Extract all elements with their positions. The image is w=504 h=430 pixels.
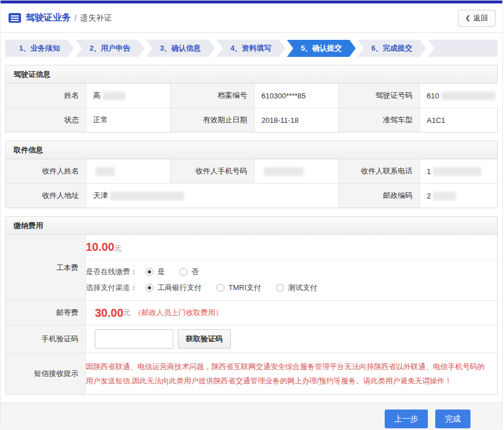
payment-section: 缴纳费用 工本费 10.00元 是否在线缴费： 是 否	[5, 216, 498, 395]
license-info-section: 驾驶证信息 姓名 高 档案编号 610300****85 驾驶证号码 610 状…	[5, 65, 498, 133]
name-label: 姓名	[6, 84, 86, 108]
postage-fee-note: （邮政人员上门收取费用）	[134, 308, 223, 318]
postage-fee-label: 邮寄费	[6, 301, 86, 325]
work-fee-label: 工本费	[6, 235, 86, 300]
radio-icon[interactable]	[145, 284, 153, 292]
table-row: 收件人姓名 收件人手机号码 收件人联系电话 1	[6, 159, 497, 184]
status-label: 状态	[6, 108, 86, 132]
step-1-business-notice[interactable]: 1、业务须知	[5, 40, 74, 57]
address-label: 收件人地址	[6, 184, 86, 208]
redacted-mobile	[264, 167, 303, 176]
pickup-info-section: 取件信息 收件人姓名 收件人手机号码 收件人联系电话 1 收件人地址 天津	[5, 140, 498, 208]
previous-step-button[interactable]: 上一步	[385, 410, 428, 428]
file-no-label: 档案编号	[170, 84, 254, 108]
radio-option-tmri-label: TMRI支付	[228, 283, 261, 293]
radio-option-icbc[interactable]: 工商银行支付	[145, 283, 202, 293]
sms-code-label: 手机验证码	[6, 325, 86, 353]
sms-notice-row: 短信接收提示 因陕西省联通、电信运营商技术问题，陕西省互联网交通安全综合服务管理…	[6, 353, 497, 394]
table-row: 姓名 高 档案编号 610300****85 驾驶证号码 610	[6, 84, 497, 108]
radio-option-yes-label: 是	[157, 267, 165, 277]
radio-icon[interactable]	[180, 268, 188, 276]
step-6-complete-submit[interactable]: 6、完成提交	[357, 40, 426, 57]
back-chevron-icon: ❮	[465, 14, 470, 22]
breadcrumb-current: 遗失补证	[80, 13, 112, 23]
address-value-text: 天津	[93, 191, 108, 201]
radio-option-yes[interactable]: 是	[145, 267, 165, 277]
table-row: 收件人地址 天津 邮政编码 2	[6, 184, 497, 208]
radio-option-no-label: 否	[191, 267, 199, 277]
license-info-section-title: 驾驶证信息	[6, 65, 497, 84]
license-no-value-text: 610	[427, 92, 439, 100]
tel-label: 收件人联系电话	[338, 159, 419, 183]
sms-code-input[interactable]	[95, 329, 173, 349]
status-value: 正常	[86, 108, 170, 132]
radio-option-tmri[interactable]: TMRI支付	[216, 283, 261, 293]
recipient-name-label: 收件人姓名	[6, 159, 86, 183]
expiry-label: 有效期止日期	[170, 108, 254, 132]
page: 驾驶证业务 / 遗失补证 ❮ 返回 1、业务须知 2、用户申告 3、确认信息 4…	[0, 0, 503, 429]
address-value: 天津	[86, 184, 338, 208]
pay-channel-question-row: 选择支付渠道： 工商银行支付 TMRI支付 测试支付	[86, 281, 497, 295]
get-code-button[interactable]: 获取验证码	[178, 329, 231, 349]
license-no-label: 驾驶证号码	[338, 84, 419, 108]
zip-label: 邮政编码	[338, 184, 419, 208]
work-fee-row: 工本费 10.00元 是否在线缴费： 是 否	[6, 235, 497, 301]
back-button[interactable]: ❮ 返回	[458, 10, 495, 27]
finish-button[interactable]: 完成	[435, 410, 470, 428]
breadcrumb-separator: /	[74, 14, 77, 23]
redacted-license-no	[441, 92, 495, 100]
step-3-confirm-info[interactable]: 3、确认信息	[146, 40, 215, 57]
sms-code-content: 获取验证码	[86, 325, 497, 353]
form-list-icon	[9, 13, 21, 23]
radio-icon[interactable]	[145, 268, 153, 276]
payment-section-title: 缴纳费用	[6, 217, 497, 235]
sms-notice-text: 因陕西省联通、电信运营商技术问题，陕西省互联网交通安全综合服务管理平台无法向持陕…	[86, 353, 497, 394]
radio-option-icbc-label: 工商银行支付	[157, 283, 202, 293]
back-button-label: 返回	[473, 13, 488, 23]
sms-code-row: 手机验证码 获取验证码	[6, 325, 497, 353]
step-2-user-declaration[interactable]: 2、用户申告	[76, 40, 144, 57]
online-pay-question: 是否在线缴费：	[86, 267, 138, 277]
step-5-confirm-submit[interactable]: 5、确认提交	[287, 40, 356, 57]
zip-value-text: 2	[427, 192, 431, 200]
tel-value: 1	[419, 159, 497, 183]
radio-option-test-pay[interactable]: 测试支付	[276, 283, 318, 293]
vehicle-class-value: A1C1	[419, 108, 497, 132]
tel-value-text: 1	[427, 167, 431, 176]
zip-value: 2	[419, 184, 497, 208]
pay-channel-question: 选择支付渠道：	[86, 283, 138, 293]
step-bar-filler	[428, 40, 498, 57]
step-4-fill-data[interactable]: 4、资料填写	[216, 40, 285, 57]
name-value: 高	[86, 84, 170, 108]
online-pay-question-row: 是否在线缴费： 是 否	[86, 265, 497, 279]
file-no-value: 610300****85	[254, 84, 338, 108]
pickup-info-section-title: 取件信息	[6, 141, 497, 159]
work-fee-unit: 元	[114, 244, 122, 253]
vehicle-class-label: 准驾车型	[338, 108, 419, 132]
postage-fee-content: 30.00元 （邮政人员上门收取费用）	[86, 301, 497, 325]
name-value-text: 高	[93, 90, 101, 101]
recipient-name-value	[86, 159, 170, 183]
license-no-value: 610	[419, 84, 502, 108]
postage-fee-row: 邮寄费 30.00元 （邮政人员上门收取费用）	[6, 301, 497, 325]
sms-notice-label: 短信接收提示	[6, 353, 86, 394]
page-header: 驾驶证业务 / 遗失补证 ❮ 返回	[1, 3, 502, 33]
step-progress-bar: 1、业务须知 2、用户申告 3、确认信息 4、资料填写 5、确认提交 6、完成提…	[5, 40, 498, 57]
mobile-value	[254, 159, 338, 183]
radio-option-no[interactable]: 否	[180, 267, 199, 277]
work-fee-amount-line: 10.00元	[86, 241, 497, 254]
radio-option-test-pay-label: 测试支付	[288, 283, 318, 293]
page-title: 驾驶证业务	[26, 12, 71, 24]
expiry-value: 2018-11-18	[254, 108, 338, 132]
radio-icon[interactable]	[276, 284, 284, 292]
work-fee-content: 10.00元 是否在线缴费： 是 否 选择支付渠道：	[86, 235, 497, 300]
work-fee-amount: 10.00	[86, 241, 114, 253]
redacted-name	[103, 92, 126, 100]
postage-fee-unit: 元	[123, 308, 131, 318]
radio-icon[interactable]	[216, 284, 224, 292]
redacted-recipient-name	[95, 167, 115, 176]
table-row: 状态 正常 有效期止日期 2018-11-18 准驾车型 A1C1	[6, 108, 497, 132]
redacted-zip	[433, 192, 456, 200]
footer-action-bar: 上一步 完成	[1, 403, 502, 430]
postage-fee-amount: 30.00	[95, 307, 123, 320]
